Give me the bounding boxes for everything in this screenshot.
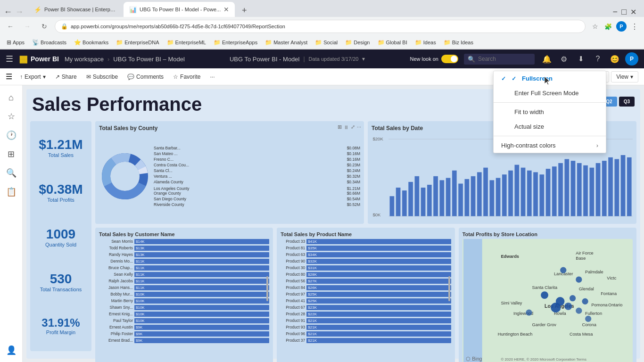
collapse-sidebar-icon[interactable]: ☰ (6, 72, 12, 81)
star-icon[interactable]: ☆ (589, 21, 601, 32)
sidebar-favorites[interactable]: ☆ (3, 108, 20, 125)
chart-county-more-icon[interactable]: ··· (357, 124, 361, 130)
product-scrollbar[interactable] (448, 276, 450, 301)
address-bar[interactable]: 🔒 app.powerbi.com/groups/me/reports/ab50… (55, 20, 586, 33)
product-bar-row: Product 90 $32K (281, 259, 451, 264)
export-button[interactable]: ↑ Export ▾ (16, 72, 50, 82)
svg-rect-38 (558, 163, 563, 216)
share-button[interactable]: ↗ Share (51, 72, 81, 82)
customer-bar-row: Philip Foster $9K (99, 331, 269, 337)
more-actions-button[interactable]: ··· (206, 72, 218, 82)
bm-social[interactable]: 📁Social (312, 38, 340, 47)
help-icon[interactable]: ? (591, 52, 604, 66)
product-bar-row: Product 41 $25K (281, 298, 451, 304)
chart-county-filter-icon[interactable]: ⊞ (338, 124, 342, 130)
svg-text:Ontario: Ontario (608, 303, 622, 307)
bm-enterpriseapps[interactable]: 📁EnterpriseApps (211, 38, 260, 47)
search-icon: 🔍 (468, 56, 475, 63)
kpi-total-profits: $0.38M Total Profits (34, 182, 88, 203)
maximize-button[interactable]: □ (621, 7, 627, 17)
back-button[interactable]: ← (4, 20, 17, 33)
view-high-contrast-item[interactable]: High-contrast colors › (494, 138, 606, 153)
bm-globalbi[interactable]: 📁Global BI (375, 38, 410, 47)
subscribe-button[interactable]: ✉ Subscribe (83, 72, 122, 82)
feedback-icon[interactable]: 😊 (608, 52, 621, 66)
fullscreen-label: Fullscreen (522, 75, 553, 82)
view-button[interactable]: View ▾ (611, 71, 638, 82)
new-tab-button[interactable]: + (238, 4, 251, 17)
sidebar-profile[interactable]: 👤 (3, 342, 20, 359)
svg-rect-16 (421, 188, 426, 216)
search-input[interactable] (478, 56, 531, 62)
kpi-total-profits-value: $0.38M (34, 182, 88, 197)
bm-design[interactable]: 📁Design (342, 38, 372, 47)
customer-bar-row: Todd Roberts $13K (99, 246, 269, 251)
svg-rect-40 (571, 161, 576, 216)
view-fullscreen-item[interactable]: ✓ Fullscreen (494, 71, 606, 86)
user-avatar[interactable]: P (625, 52, 638, 66)
bm-apps[interactable]: ⊞Apps (4, 38, 27, 47)
customer-bar-row: Shawn Sny... $10K (99, 305, 269, 310)
sidebar-recent[interactable]: 🕐 (3, 127, 20, 144)
customer-bar-row: Sean Kelly $11K (99, 272, 269, 277)
svg-text:Fontana: Fontana (601, 291, 617, 296)
notification-icon[interactable]: 🔔 (540, 52, 553, 66)
bm-bookmarks[interactable]: ⭐Bookmarks (71, 38, 111, 47)
report-name-link[interactable]: UBG To Power BI – Model (113, 56, 185, 63)
svg-rect-23 (465, 179, 470, 216)
bm-masteranalyst[interactable]: 📁Master Analyst (262, 38, 310, 47)
chevron-down-icon[interactable]: ▾ (362, 56, 365, 62)
pbi-menu-button[interactable]: ☰ (6, 54, 13, 64)
minimize-button[interactable]: − (613, 7, 618, 17)
kpi-total-sales-label: Total Sales (34, 152, 88, 158)
workspace-link[interactable]: My workspace (65, 56, 104, 63)
tab-2[interactable]: 📊 UBG To Power BI - Model - Powe... ✕ (124, 2, 235, 17)
chart-county-expand-icon[interactable]: ⤢ (351, 124, 355, 130)
actual-size-label: Actual size (514, 123, 544, 130)
profile-icon[interactable]: P (616, 21, 627, 32)
favorite-button[interactable]: ☆ Favorite (169, 72, 204, 82)
sidebar-search[interactable]: 🔍 (3, 165, 20, 181)
view-enter-fullscreen-item[interactable]: Enter Full Screen Mode (494, 86, 606, 100)
sidebar-workspace[interactable]: 📋 (3, 183, 20, 200)
reload-button[interactable]: ↻ (38, 20, 51, 33)
chart-county-funnel-icon[interactable]: ⫼ (344, 124, 349, 130)
comments-button[interactable]: 💬 Comments (124, 72, 167, 82)
sidebar-apps[interactable]: ⊞ (3, 146, 20, 163)
q3-filter[interactable]: Q3 (619, 97, 635, 107)
settings-icon[interactable]: ⚙ (557, 52, 570, 66)
customer-scrollbar[interactable] (266, 276, 268, 301)
bm-enterpriseml[interactable]: 📁EnterpriseML (164, 38, 209, 47)
customer-bar-row: Martin Berry $10K (99, 298, 269, 304)
bm-bizideas[interactable]: 📁Biz Ideas (441, 38, 476, 47)
bm-ideas[interactable]: 📁Ideas (412, 38, 439, 47)
close-button[interactable]: ✕ (630, 8, 636, 16)
comments-icon: 💬 (127, 74, 134, 80)
kpi-margin: 31.91% Profit Margin (34, 316, 88, 335)
download-icon[interactable]: ⬇ (574, 52, 587, 66)
svg-rect-19 (440, 180, 445, 216)
extensions-icon[interactable]: 🧩 (603, 21, 614, 32)
dropdown-separator-2 (494, 136, 606, 136)
svg-rect-25 (477, 172, 482, 216)
tab-1[interactable]: ⚡ Power BI Showcase | Enterprise L... (28, 2, 123, 17)
left-sidebar: ⌂ ☆ 🕐 ⊞ 🔍 📋 👤 (0, 85, 23, 362)
pbi-logo-icon: ▦ (19, 53, 28, 65)
pbi-search-box[interactable]: 🔍 (464, 54, 535, 65)
sidebar-home[interactable]: ⌂ (3, 89, 20, 106)
forward-button[interactable]: → (21, 20, 34, 33)
product-bar-row: Product 28 $22K (281, 312, 451, 317)
pbi-logo-text: Power BI (31, 55, 59, 63)
bm-broadcasts[interactable]: 📡Broadcasts (29, 38, 69, 47)
tab2-title: UBG To Power BI - Model - Powe... (140, 7, 221, 12)
bm-enterprisedna[interactable]: 📁EnterpriseDNA (113, 38, 162, 47)
svg-text:Base: Base (576, 255, 586, 260)
svg-rect-49 (627, 157, 632, 216)
new-look-toggle[interactable] (441, 55, 458, 63)
menu-icon[interactable]: ⋮ (629, 21, 640, 32)
tab2-close[interactable]: ✕ (223, 6, 229, 13)
view-fit-to-width-item[interactable]: Fit to width (494, 105, 606, 119)
svg-rect-33 (527, 171, 532, 216)
svg-rect-27 (490, 180, 495, 216)
view-actual-size-item[interactable]: Actual size (494, 119, 606, 134)
